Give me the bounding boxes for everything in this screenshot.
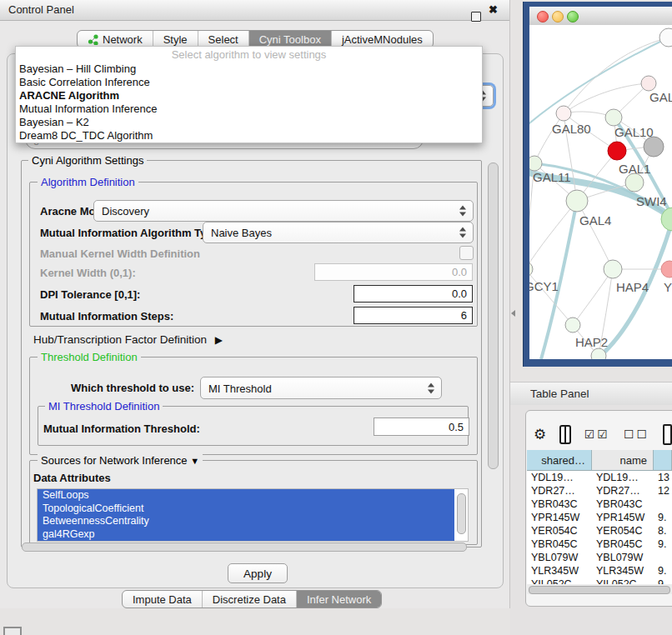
threshold-definition-title: Threshold Definition bbox=[38, 351, 141, 363]
settings-gear-icon[interactable]: ⚙ bbox=[534, 426, 546, 443]
table-cell[interactable]: YBL079W bbox=[592, 552, 654, 563]
network-canvas[interactable]: GALGAL80GAL10GAL1GAL11SWI4GAL4GCY1HAP4YH… bbox=[529, 25, 672, 359]
table-row[interactable]: YBR045CYBR045C9. bbox=[527, 538, 672, 551]
sources-group-title[interactable]: Sources for Network Inference ▼ bbox=[38, 454, 203, 467]
table-cell[interactable]: YLR345W bbox=[527, 565, 592, 577]
tab-label: Infer Network bbox=[307, 593, 371, 606]
network-node-hap2[interactable] bbox=[565, 318, 580, 332]
float-panel-icon[interactable] bbox=[471, 12, 481, 22]
network-node-bottom[interactable] bbox=[591, 348, 606, 359]
tab-infer-network[interactable]: Infer Network bbox=[296, 591, 381, 608]
dropdown-item-dream8-dc-tdc-algorithm[interactable]: Dream8 DC_TDC Algorithm bbox=[16, 129, 482, 142]
tab-style[interactable]: Style bbox=[153, 31, 198, 48]
dropdown-item-mutual-information-inference[interactable]: Mutual Information Inference bbox=[16, 102, 482, 116]
table-cell[interactable]: 8. bbox=[654, 525, 672, 537]
mi-algorithm-type-value: Naive Bayes bbox=[211, 227, 272, 239]
network-node-hap4[interactable] bbox=[604, 260, 622, 278]
table-cell[interactable]: YER054C bbox=[592, 525, 654, 537]
minimize-window-icon[interactable] bbox=[552, 11, 564, 22]
settings-horizontal-scrollbar[interactable] bbox=[21, 542, 499, 551]
mi-steps-field[interactable]: 6 bbox=[354, 307, 473, 324]
apply-button[interactable]: Apply bbox=[228, 563, 288, 583]
column-header-extra[interactable] bbox=[654, 450, 672, 471]
panel-divider-handle[interactable] bbox=[511, 310, 515, 317]
attribute-list-scrollbar[interactable] bbox=[457, 493, 466, 534]
close-panel-icon[interactable]: ✖ bbox=[489, 3, 498, 16]
column-header-shared-[interactable]: shared… bbox=[527, 450, 592, 471]
table-cell[interactable]: YER054C bbox=[527, 525, 592, 537]
table-cell[interactable]: 9. bbox=[654, 512, 672, 523]
network-node-gal11[interactable] bbox=[529, 156, 542, 171]
network-node-gcy1[interactable] bbox=[529, 262, 533, 277]
table-cell[interactable]: YBR043C bbox=[527, 498, 592, 510]
table-row[interactable]: YLR345WYLR345W9. bbox=[527, 564, 672, 578]
network-node-gal-pink[interactable] bbox=[641, 76, 656, 91]
table-row[interactable]: YBL079WYBL079W bbox=[527, 551, 672, 564]
attribute-item-betweennesscentrality[interactable]: BetweennessCentrality bbox=[38, 515, 454, 528]
network-node-gray[interactable] bbox=[644, 137, 664, 157]
table-row[interactable]: YER054CYER054C8. bbox=[527, 524, 672, 538]
table-row[interactable]: YDL19…YDL19…13 bbox=[527, 471, 672, 484]
tab-network[interactable]: Network bbox=[78, 31, 153, 48]
table-cell[interactable]: YPR145W bbox=[527, 512, 592, 523]
which-threshold-combobox[interactable]: MI Threshold bbox=[200, 377, 442, 399]
function-builder-icon[interactable] bbox=[663, 424, 672, 445]
node-label-gal80: GAL80 bbox=[552, 122, 591, 136]
table-horizontal-scrollbar[interactable] bbox=[527, 584, 672, 594]
network-node-gal10[interactable] bbox=[605, 109, 622, 126]
show-columns-icon[interactable]: ☑☑ bbox=[584, 428, 610, 441]
tab-cyni-toolbox[interactable]: Cyni Toolbox bbox=[248, 31, 331, 48]
desktop: Control Panel ✖ NetworkStyleSelectCyni T… bbox=[0, 0, 672, 635]
table-cell[interactable]: YBL079W bbox=[527, 552, 592, 563]
aracne-mode-combobox[interactable]: Discovery bbox=[93, 200, 474, 222]
network-node-gal4[interactable] bbox=[566, 190, 588, 212]
tab-jactivemnodules[interactable]: jActiveMNodules bbox=[331, 31, 433, 48]
table-cell[interactable]: 9. bbox=[654, 538, 672, 550]
tab-label: jActiveMNodules bbox=[342, 33, 423, 46]
network-node-gal80[interactable] bbox=[556, 106, 571, 121]
table-cell[interactable]: YDR27… bbox=[592, 485, 654, 497]
mi-algorithm-type-combobox[interactable]: Naive Bayes bbox=[203, 222, 474, 243]
dpi-tolerance-field[interactable]: 0.0 bbox=[354, 285, 473, 302]
close-window-icon[interactable] bbox=[537, 11, 549, 22]
network-node-gal1[interactable] bbox=[608, 142, 626, 160]
dropdown-item-bayesian-hill-climbing[interactable]: Bayesian – Hill Climbing bbox=[16, 62, 482, 76]
table-cell[interactable]: YDL19… bbox=[592, 472, 654, 483]
tab-discretize-data[interactable]: Discretize Data bbox=[202, 591, 296, 608]
table-cell[interactable]: YLR345W bbox=[592, 565, 654, 577]
table-row[interactable]: YDR27…YDR27…12 bbox=[527, 484, 672, 498]
dropdown-item-aracne-algorithm[interactable]: ARACNE Algorithm bbox=[16, 89, 482, 102]
table-row[interactable]: YBR043CYBR043C bbox=[527, 498, 672, 511]
hide-columns-icon[interactable]: ☐☐ bbox=[624, 428, 649, 441]
table-cell[interactable]: YDL19… bbox=[527, 472, 592, 483]
settings-vertical-scrollbar[interactable] bbox=[487, 161, 498, 541]
table-cell[interactable]: YDR27… bbox=[527, 485, 592, 497]
attribute-item-topologicalcoefficient[interactable]: TopologicalCoefficient bbox=[38, 502, 454, 516]
zoom-window-icon[interactable] bbox=[567, 11, 579, 22]
table-cell[interactable]: 9. bbox=[654, 565, 672, 577]
table-cell[interactable]: YBR045C bbox=[592, 538, 654, 550]
column-header-name[interactable]: name bbox=[592, 450, 654, 471]
attribute-item-gal4rgexp[interactable]: gal4RGexp bbox=[38, 528, 454, 542]
table-cell[interactable]: 12 bbox=[654, 485, 672, 497]
combo-arrows-icon bbox=[428, 382, 435, 393]
table-cell[interactable]: YBR043C bbox=[592, 498, 654, 510]
table-row[interactable]: YPR145WYPR145W9. bbox=[527, 511, 672, 524]
minimized-panel-icon[interactable] bbox=[3, 627, 22, 635]
hub-definition-toggle[interactable]: Hub/Transcription Factor Definition ▶ bbox=[33, 333, 223, 346]
split-view-icon[interactable] bbox=[559, 425, 571, 444]
table-cell[interactable]: YBR045C bbox=[527, 538, 592, 550]
dropdown-item-basic-correlation-inference[interactable]: Basic Correlation Inference bbox=[16, 76, 482, 89]
dropdown-item-bayesian-k2[interactable]: Bayesian – K2 bbox=[16, 116, 482, 129]
network-node-salmon[interactable] bbox=[661, 261, 672, 278]
table-cell[interactable]: 13 bbox=[654, 472, 672, 483]
network-node-swi4[interactable] bbox=[625, 173, 644, 192]
table-cell[interactable]: YPR145W bbox=[592, 512, 654, 523]
network-window-titlebar[interactable] bbox=[529, 7, 672, 26]
attribute-item-selfloops[interactable]: SelfLoops bbox=[38, 489, 454, 502]
table-panel-titlebar: Table Panel bbox=[510, 382, 672, 407]
tab-impute-data[interactable]: Impute Data bbox=[123, 591, 202, 608]
tab-select[interactable]: Select bbox=[198, 31, 248, 48]
mi-threshold-field[interactable]: 0.5 bbox=[374, 418, 469, 436]
network-node-top-right[interactable] bbox=[659, 28, 672, 47]
